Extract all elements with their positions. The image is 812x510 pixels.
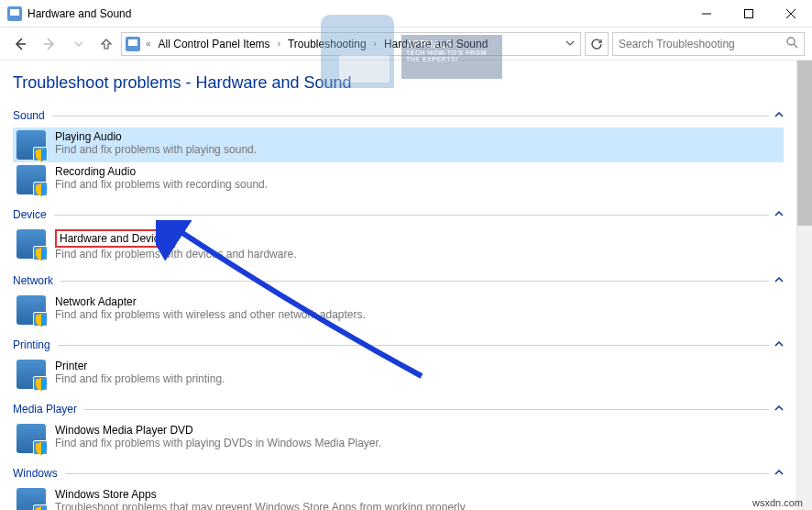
divider xyxy=(60,281,769,282)
nav-recent-dropdown[interactable] xyxy=(66,31,92,57)
nav-back-button[interactable] xyxy=(7,31,33,57)
item-title: Windows Media Player DVD xyxy=(55,424,381,437)
section: WindowsWindows Store AppsTroubleshoot pr… xyxy=(13,467,784,510)
control-panel-icon xyxy=(7,6,22,21)
divider xyxy=(58,345,769,346)
chevron-right-icon: › xyxy=(370,39,380,49)
troubleshoot-icon xyxy=(16,229,46,259)
credit-text: wsxdn.com xyxy=(752,497,803,508)
troubleshoot-item[interactable]: PrinterFind and fix problems with printi… xyxy=(13,357,784,392)
control-panel-icon xyxy=(126,37,140,51)
section-header[interactable]: Device xyxy=(13,208,784,221)
chevron-up-icon[interactable] xyxy=(774,209,784,220)
troubleshoot-icon xyxy=(16,424,46,453)
troubleshoot-item[interactable]: Windows Media Player DVDFind and fix pro… xyxy=(13,421,784,456)
item-title: Recording Audio xyxy=(55,165,268,178)
divider xyxy=(65,473,769,474)
window-title: Hardware and Sound xyxy=(27,7,686,20)
troubleshoot-icon xyxy=(16,360,46,389)
item-description: Find and fix problems with wireless and … xyxy=(55,308,366,321)
nav-up-button[interactable] xyxy=(95,33,117,55)
svg-point-10 xyxy=(787,38,795,45)
breadcrumb[interactable]: « All Control Panel Items › Troubleshoot… xyxy=(121,32,581,56)
search-box[interactable] xyxy=(612,32,805,56)
maximize-button[interactable] xyxy=(728,0,770,28)
section: DeviceHardware and DevicesFind and fix p… xyxy=(13,208,784,263)
troubleshoot-icon xyxy=(16,295,46,325)
section-header[interactable]: Media Player xyxy=(13,403,784,416)
section-title: Media Player xyxy=(13,403,77,416)
item-title: Printer xyxy=(55,360,225,372)
divider xyxy=(54,215,769,216)
minimize-button[interactable] xyxy=(686,0,728,28)
section-title: Device xyxy=(13,208,47,221)
section-title: Printing xyxy=(13,338,50,351)
section-header[interactable]: Sound xyxy=(13,109,784,122)
divider xyxy=(52,116,769,116)
item-description: Troubleshoot problems that may prevent W… xyxy=(55,501,466,510)
item-text: Network AdapterFind and fix problems wit… xyxy=(55,295,366,321)
troubleshoot-icon xyxy=(16,130,46,160)
breadcrumb-item[interactable]: Hardware and Sound xyxy=(380,38,491,50)
breadcrumb-item[interactable]: All Control Panel Items xyxy=(155,38,274,50)
troubleshoot-icon xyxy=(16,488,46,510)
troubleshoot-item[interactable]: Recording AudioFind and fix problems wit… xyxy=(13,162,784,197)
item-title: Network Adapter xyxy=(55,295,366,308)
svg-rect-1 xyxy=(10,9,19,16)
breadcrumb-item[interactable]: Troubleshooting xyxy=(284,38,370,50)
troubleshoot-icon xyxy=(16,165,46,194)
section-title: Windows xyxy=(13,467,58,480)
svg-rect-9 xyxy=(128,39,137,46)
chevron-up-icon[interactable] xyxy=(774,339,784,350)
chevron-up-icon[interactable] xyxy=(774,275,784,286)
chevron-up-icon[interactable] xyxy=(774,404,784,415)
section: Media PlayerWindows Media Player DVDFind… xyxy=(13,403,784,456)
section-title: Sound xyxy=(13,109,45,122)
section: NetworkNetwork AdapterFind and fix probl… xyxy=(13,274,784,327)
scrollbar[interactable] xyxy=(796,61,812,510)
chevron-up-icon[interactable] xyxy=(774,468,784,479)
troubleshoot-item[interactable]: Network AdapterFind and fix problems wit… xyxy=(13,293,784,327)
item-text: Windows Media Player DVDFind and fix pro… xyxy=(55,424,381,449)
section-header[interactable]: Printing xyxy=(13,338,784,351)
item-description: Find and fix problems with playing DVDs … xyxy=(55,437,381,449)
divider xyxy=(84,409,769,410)
nav-forward-button[interactable] xyxy=(37,31,62,57)
item-description: Find and fix problems with playing sound… xyxy=(55,143,257,156)
item-title: Windows Store Apps xyxy=(55,488,466,501)
section-header[interactable]: Network xyxy=(13,274,784,287)
section: PrintingPrinterFind and fix problems wit… xyxy=(13,338,784,392)
refresh-button[interactable] xyxy=(585,32,609,56)
window-controls xyxy=(686,0,812,28)
item-title: Playing Audio xyxy=(55,130,257,143)
item-description: Find and fix problems with devices and h… xyxy=(55,248,296,261)
section: SoundPlaying AudioFind and fix problems … xyxy=(13,109,784,197)
item-text: Windows Store AppsTroubleshoot problems … xyxy=(55,488,466,510)
item-text: Playing AudioFind and fix problems with … xyxy=(55,130,257,156)
breadcrumb-dropdown[interactable] xyxy=(562,38,578,50)
content-area: Troubleshoot problems - Hardware and Sou… xyxy=(0,61,796,510)
item-description: Find and fix problems with recording sou… xyxy=(55,178,268,191)
chevron-right-icon: › xyxy=(274,39,284,49)
close-button[interactable] xyxy=(770,0,812,28)
section-title: Network xyxy=(13,274,53,287)
svg-line-11 xyxy=(794,44,797,48)
svg-rect-3 xyxy=(745,9,753,17)
page-title: Troubleshoot problems - Hardware and Sou… xyxy=(13,73,784,93)
troubleshoot-item[interactable]: Windows Store AppsTroubleshoot problems … xyxy=(13,485,784,510)
search-input[interactable] xyxy=(619,38,785,50)
titlebar: Hardware and Sound xyxy=(0,0,812,28)
scrollbar-thumb[interactable] xyxy=(797,61,812,226)
item-description: Find and fix problems with printing. xyxy=(55,372,225,385)
search-icon[interactable] xyxy=(785,36,798,51)
troubleshoot-item[interactable]: Playing AudioFind and fix problems with … xyxy=(13,128,784,162)
item-title: Hardware and Devices xyxy=(55,229,175,248)
item-text: Hardware and DevicesFind and fix problem… xyxy=(55,229,296,261)
chevron-up-icon[interactable] xyxy=(774,110,784,121)
chevron-left-icon: « xyxy=(142,39,155,49)
item-text: PrinterFind and fix problems with printi… xyxy=(55,360,225,385)
navbar: « All Control Panel Items › Troubleshoot… xyxy=(0,28,812,61)
section-header[interactable]: Windows xyxy=(13,467,784,480)
item-text: Recording AudioFind and fix problems wit… xyxy=(55,165,268,191)
troubleshoot-item[interactable]: Hardware and DevicesFind and fix problem… xyxy=(13,227,784,263)
